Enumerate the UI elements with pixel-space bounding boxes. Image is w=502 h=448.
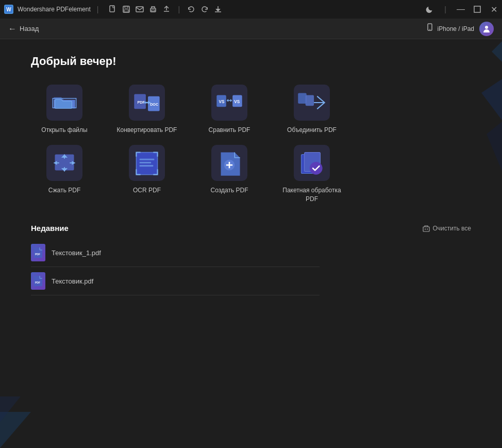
svg-text:PDF: PDF [35, 253, 40, 256]
user-avatar[interactable] [479, 22, 494, 36]
open-files-label: Открыть файлы [41, 126, 87, 135]
recent-title: Недавние [31, 224, 69, 233]
greeting-text: Добрый вечер! [31, 55, 471, 68]
compare-pdf-icon: VS VS [211, 85, 247, 121]
app-logo: W [4, 5, 13, 14]
recent-file-item-1[interactable]: PDF Текстовик.pdf [31, 267, 320, 295]
svg-point-13 [485, 26, 488, 29]
action-create-pdf[interactable]: Создать PDF [196, 145, 263, 204]
svg-rect-10 [474, 6, 480, 12]
navbar: ← Назад iPhone / iPad [0, 19, 502, 39]
action-compress-pdf[interactable]: Сжать PDF [31, 145, 98, 204]
svg-rect-2 [110, 6, 114, 12]
action-compare-pdf[interactable]: VS VS Сравнить PDF [196, 85, 263, 135]
main-content: Добрый вечер! Открыть файлы [0, 39, 502, 311]
svg-rect-38 [140, 159, 155, 160]
convert-pdf-label: Конвертировать PDF [117, 126, 177, 135]
action-merge-pdf[interactable]: Объединить PDF [278, 85, 345, 135]
redo-icon[interactable] [200, 5, 209, 13]
undo-icon[interactable] [187, 5, 195, 13]
svg-point-48 [310, 162, 323, 175]
svg-marker-9 [216, 9, 220, 11]
action-open-files[interactable]: Открыть файлы [31, 85, 98, 135]
batch-pdf-label: Пакетная обработка PDF [278, 186, 345, 204]
navbar-right: iPhone / iPad [425, 22, 494, 36]
save-icon[interactable] [122, 5, 130, 13]
recent-file-item-0[interactable]: PDF Текстовик_1.pdf [31, 239, 320, 267]
merge-pdf-label: Объединить PDF [287, 126, 337, 135]
ocr-pdf-icon [129, 145, 165, 181]
share-icon[interactable] [162, 5, 171, 13]
svg-marker-57 [0, 412, 31, 448]
svg-text:VS: VS [234, 99, 240, 104]
svg-text:VS: VS [219, 99, 224, 104]
recent-files-list: PDF Текстовик_1.pdf PDF Текстовик.pdf [31, 239, 320, 295]
svg-rect-39 [140, 162, 152, 163]
iphone-ipad-label: iPhone / iPad [438, 25, 474, 32]
deco-left-bottom [0, 371, 41, 448]
close-button[interactable]: ✕ [490, 5, 498, 13]
back-button[interactable]: ← Назад [8, 24, 39, 34]
create-pdf-label: Создать PDF [211, 186, 248, 195]
create-pdf-icon [211, 145, 247, 181]
new-file-icon[interactable] [109, 5, 117, 13]
app-title: Wondershare PDFelement [18, 6, 91, 13]
recent-header: Недавние Очистить все [31, 224, 471, 233]
titlebar: W Wondershare PDFelement | [0, 0, 502, 19]
svg-text:PDF: PDF [35, 281, 40, 284]
svg-rect-5 [124, 10, 128, 12]
maximize-button[interactable] [473, 5, 481, 13]
action-convert-pdf[interactable]: PDF DOC Конвертировать PDF [113, 85, 180, 135]
ocr-pdf-label: OCR PDF [133, 186, 161, 195]
convert-pdf-icon: PDF DOC [129, 85, 165, 121]
svg-rect-37 [136, 152, 157, 174]
device-icon [425, 23, 434, 34]
svg-rect-8 [152, 10, 155, 11]
action-batch-pdf[interactable]: Пакетная обработка PDF [278, 145, 345, 204]
svg-text:W: W [6, 7, 11, 12]
compress-pdf-label: Сжать PDF [48, 186, 80, 195]
download-icon[interactable] [214, 5, 222, 13]
action-grid: Открыть файлы PDF DOC Конвертировать PDF [31, 85, 471, 203]
toolbar-icons: | [109, 5, 222, 13]
moon-icon[interactable] [426, 5, 434, 13]
compress-pdf-icon [46, 145, 82, 181]
back-arrow-icon: ← [8, 24, 16, 34]
compare-pdf-label: Сравнить PDF [209, 126, 250, 135]
svg-rect-27 [298, 93, 306, 104]
svg-rect-6 [136, 7, 143, 12]
iphone-ipad-button[interactable]: iPhone / iPad [425, 23, 474, 34]
svg-rect-28 [306, 95, 314, 106]
svg-rect-40 [140, 165, 154, 167]
svg-text:DOC: DOC [150, 102, 158, 107]
sep3: | [444, 5, 446, 13]
recent-file-icon-0: PDF [31, 244, 45, 261]
clear-all-label: Очистить все [433, 225, 471, 232]
sep2: | [178, 5, 180, 13]
svg-rect-49 [423, 227, 429, 231]
open-files-icon [46, 85, 82, 121]
clear-all-button[interactable]: Очистить все [423, 225, 471, 232]
print-icon[interactable] [149, 5, 157, 13]
batch-pdf-icon [294, 145, 330, 181]
mail-icon[interactable] [136, 5, 144, 13]
minimize-button[interactable]: — [457, 5, 465, 13]
action-ocr-pdf[interactable]: OCR PDF [113, 145, 180, 204]
recent-file-name-1: Текстовик.pdf [52, 277, 93, 285]
merge-pdf-icon [294, 85, 330, 121]
recent-file-icon-1: PDF [31, 272, 45, 290]
window-controls: | — ✕ [426, 5, 498, 13]
recent-file-name-0: Текстовик_1.pdf [52, 249, 101, 257]
sep1: | [97, 5, 99, 13]
back-label: Назад [20, 25, 39, 32]
svg-marker-58 [0, 396, 21, 422]
